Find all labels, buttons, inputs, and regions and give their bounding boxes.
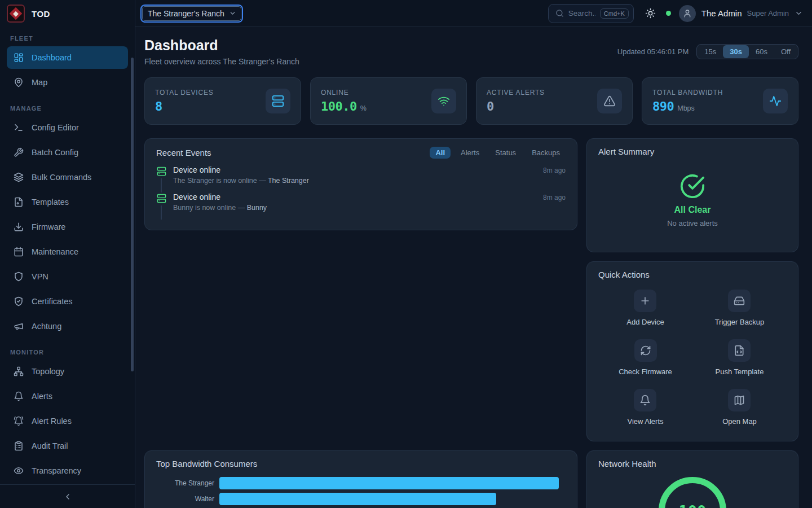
sidebar-item-maintenance[interactable]: Maintenance [7, 240, 128, 263]
recent-events-card: Recent Events AllAlertsStatusBackups Dev… [144, 138, 577, 230]
plus-icon [639, 295, 651, 306]
ranch-select-value: The Stranger's Ranch [148, 9, 224, 18]
app-name: TOD [32, 9, 50, 19]
network-health-value: 100 [679, 502, 707, 508]
hard-drive-icon [734, 295, 745, 306]
file-code-icon [734, 345, 745, 356]
sidebar-item-transparency[interactable]: Transparency [7, 459, 128, 482]
event-filters: AllAlertsStatusBackups [430, 147, 566, 159]
stat-value: 0 [487, 99, 494, 113]
bandwidth-device-label: The Stranger [156, 479, 219, 487]
shield-check-icon [14, 296, 24, 306]
quick-action-view-alerts[interactable]: View Alerts [627, 389, 663, 426]
refresh-option-30s[interactable]: 30s [723, 45, 749, 58]
event-filter-status[interactable]: Status [489, 147, 522, 159]
topbar-right: Cmd+K The Admin Super Admin [548, 4, 803, 23]
sidebar-item-label: Alert Rules [32, 417, 72, 426]
page-title: Dashboard [144, 37, 299, 54]
wrench-icon [14, 147, 24, 157]
download-icon [14, 222, 24, 232]
quick-action-add-device[interactable]: Add Device [626, 290, 664, 326]
search-box[interactable]: Cmd+K [548, 4, 634, 23]
sidebar-item-alert-rules[interactable]: Alert Rules [7, 410, 128, 432]
sidebar-item-alerts[interactable]: Alerts [7, 385, 128, 408]
bandwidth-row: Walter [156, 493, 566, 505]
event-description: Bunny is now online — Bunny [173, 204, 566, 212]
events-list: Device online 8m ago The Stranger is now… [156, 165, 566, 220]
bandwidth-title: Top Bandwidth Consumers [156, 459, 257, 468]
chevron-down-icon [795, 9, 803, 17]
sidebar-section-label: MONITOR [7, 349, 128, 356]
event-row: Device online 8m ago The Stranger is now… [156, 165, 566, 192]
sidebar-item-label: Maintenance [32, 247, 78, 256]
event-title: Device online [173, 165, 220, 174]
quick-action-open-map[interactable]: Open Map [722, 389, 757, 426]
refresh-option-15s[interactable]: 15s [698, 45, 723, 58]
sidebar-item-bulk-commands[interactable]: Bulk Commands [7, 166, 128, 189]
network-health-title: Network Health [598, 459, 656, 468]
bandwidth-bar [219, 493, 496, 505]
sidebar-item-achtung[interactable]: Achtung [7, 315, 128, 338]
sidebar-item-label: Audit Trail [32, 441, 68, 450]
sidebar-nav: FLEETDashboardMapMANAGEConfig EditorBatc… [0, 27, 135, 484]
network-icon [14, 366, 24, 376]
sidebar-item-audit-trail[interactable]: Audit Trail [7, 435, 128, 457]
sidebar-item-map[interactable]: Map [7, 71, 128, 94]
sidebar-item-topology[interactable]: Topology [7, 360, 128, 383]
theme-toggle-button[interactable] [645, 8, 656, 19]
event-filter-alerts[interactable]: Alerts [455, 147, 485, 159]
sidebar-scrollbar[interactable] [131, 58, 134, 371]
quick-action-label: Open Map [722, 417, 757, 426]
event-filter-all[interactable]: All [430, 147, 451, 159]
sidebar-item-label: Bulk Commands [32, 173, 91, 182]
updated-timestamp: Updated 05:46:01 PM [617, 47, 689, 56]
main-column: The Stranger's Ranch Cmd+K The Admin Sup… [135, 0, 812, 508]
avatar[interactable] [679, 5, 696, 22]
network-health-card: Network Health 100 [586, 450, 798, 508]
sidebar-item-config-editor[interactable]: Config Editor [7, 116, 128, 139]
sidebar-item-vpn[interactable]: VPN [7, 265, 128, 288]
search-input[interactable] [568, 9, 595, 17]
quick-action-trigger-backup[interactable]: Trigger Backup [715, 290, 765, 326]
bell-ring-icon [14, 416, 24, 426]
event-filter-backups[interactable]: Backups [526, 147, 566, 159]
refresh-option-60s[interactable]: 60s [749, 45, 774, 58]
server-icon [157, 167, 166, 176]
user-icon [683, 9, 692, 18]
user-menu-chevron[interactable] [795, 9, 803, 17]
bandwidth-bar [219, 477, 559, 489]
quick-action-label: Add Device [626, 318, 664, 326]
ranch-select[interactable]: The Stranger's Ranch [142, 6, 241, 21]
quick-action-push-template[interactable]: Push Template [716, 339, 764, 376]
stat-card-online: ONLINE 100.0 % [310, 77, 467, 125]
quick-action-check-firmware[interactable]: Check Firmware [619, 339, 672, 376]
wifi-icon [438, 95, 450, 107]
recent-events-title: Recent Events [156, 148, 211, 157]
chevron-down-icon [229, 10, 236, 17]
sidebar-item-templates[interactable]: Templates [7, 191, 128, 213]
clipboard-list-icon [14, 441, 24, 451]
sidebar-collapse-button[interactable] [0, 484, 135, 508]
quick-action-label: Check Firmware [619, 367, 672, 376]
sidebar-item-certificates[interactable]: Certificates [7, 290, 128, 313]
eye-icon [14, 466, 24, 476]
stat-card-active-alerts: ACTIVE ALERTS 0 [476, 77, 633, 125]
sun-icon [645, 8, 656, 19]
event-device-name: The Stranger [268, 177, 309, 185]
stat-label: ONLINE [321, 89, 431, 97]
bandwidth-device-label: Walter [156, 495, 219, 503]
quick-actions-title: Quick Actions [598, 270, 650, 279]
sidebar-section-label: MANAGE [7, 105, 128, 112]
stat-icon-chip [597, 89, 622, 113]
stat-icon-chip [266, 89, 290, 113]
sidebar-item-label: Dashboard [32, 53, 72, 62]
refresh-option-off[interactable]: Off [774, 45, 797, 58]
sidebar-item-dashboard[interactable]: Dashboard [7, 46, 128, 69]
refresh-interval-group: 15s30s60sOff [696, 44, 798, 59]
check-circle-icon [679, 173, 705, 199]
sidebar-item-firmware[interactable]: Firmware [7, 216, 128, 238]
stat-icon-chip [763, 89, 788, 113]
sidebar-item-batch-config[interactable]: Batch Config [7, 141, 128, 164]
bell-icon [639, 395, 651, 406]
bandwidth-row: The Stranger [156, 477, 566, 489]
